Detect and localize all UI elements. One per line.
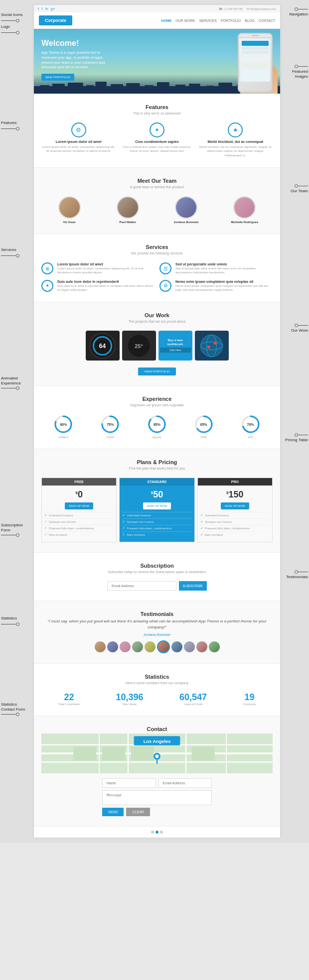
subscription-email-input[interactable] (107, 581, 176, 591)
contact-send-btn[interactable]: SEND (102, 808, 124, 816)
hero-button[interactable]: NEW PORTFOLIO (41, 74, 74, 81)
stat-label-1: Site Views (116, 703, 144, 706)
facebook-icon[interactable]: f (41, 6, 42, 11)
svg-rect-9 (157, 82, 169, 91)
testimonial-quote: "I must say, when you put good will out … (41, 618, 273, 630)
pricing-subtitle: Pick the plan that works best for you (41, 467, 273, 470)
animated-exp-annotation: Animated Experience (1, 376, 28, 390)
googleplus-icon[interactable]: g+ (51, 6, 55, 11)
progress-label-2: jQuery (147, 436, 167, 439)
team-section: Meet Our Team A great team is behind thi… (34, 167, 280, 234)
linkedin-icon[interactable]: in (45, 6, 48, 11)
services-subtitle: We provide the following services (41, 251, 273, 255)
page-container: Social Icons Logo Features Services (0, 0, 309, 843)
footer-dot-0[interactable] (151, 831, 154, 834)
testimonial-avatar-9[interactable] (209, 641, 220, 652)
testimonial-avatar-1[interactable] (107, 641, 118, 652)
phone-screen-row-1 (242, 47, 269, 50)
contact-email-input[interactable] (158, 778, 212, 788)
experience-title: Experience (41, 396, 273, 402)
service-text-2: Duis aute irure dolor in reprehenderit D… (57, 280, 154, 292)
testimonial-avatar-8[interactable] (196, 641, 207, 652)
circle-progress-0: 80% (53, 414, 73, 434)
phone-screen-row-4 (242, 59, 269, 62)
testimonial-avatar-0[interactable] (95, 641, 106, 652)
hero-section: Welcome! App Theme is a super powerful t… (34, 29, 280, 94)
team-member-3: Michelle Rodriguez (217, 196, 273, 224)
service-desc-1: Sed ut perspiciatis unde omnis iste natu… (175, 267, 273, 275)
circle-progress-1: 75% (100, 414, 120, 434)
main-content: t f in g+ ☎ +1 234 567 89 ✉ info@company… (34, 5, 280, 838)
team-member-0: Vic Dean (41, 196, 97, 224)
pricing-standard-btn[interactable]: SIGN UP NOW (143, 502, 171, 509)
social-bar: t f in g+ ☎ +1 234 567 89 ✉ info@company… (34, 5, 280, 12)
nav-logo[interactable]: Corporate (39, 15, 72, 25)
stat-number-3: 19 (243, 692, 256, 703)
features-grid: ⚙ Lorem ipsum dolor sit amet Lorem ipsum… (41, 122, 273, 157)
pricing-table-label: Pricing Table (285, 438, 308, 443)
nav-portfolio[interactable]: PORTFOLIO (221, 19, 241, 22)
pricing-free-feature-2: ✗Praesent felis diam, condimentum (44, 525, 114, 531)
testimonials-annotation: Testimonials (286, 570, 308, 579)
subscription-annotation: Subscription Form (1, 523, 28, 537)
pricing-pro-header: PRO (198, 478, 272, 486)
team-name-2: Jordana Brewster (158, 221, 214, 224)
nav-contact[interactable]: CONTACT (259, 19, 275, 22)
feature-icon-0: ⚙ (71, 122, 86, 137)
service-item-3: ⚙ Nemo enim ipsam voluptatem quia volupt… (159, 280, 273, 292)
testimonial-avatar-5[interactable] (157, 640, 170, 653)
svg-rect-12 (206, 86, 214, 91)
svg-text:25°: 25° (135, 343, 143, 349)
progress-item-4: 70% iOS (241, 414, 261, 439)
pricing-pro-btn[interactable]: SIGN UP NOW (221, 502, 249, 509)
testimonial-avatar-3[interactable] (132, 641, 143, 652)
nav-home[interactable]: HOME (161, 19, 171, 22)
team-avatar-3 (233, 196, 256, 219)
contact-form-annotation: Statistics Contact Form (1, 702, 28, 716)
footer-dot-1[interactable] (155, 831, 158, 834)
circle-progress-3: 65% (194, 414, 214, 434)
social-icons-row: t f in g+ (38, 6, 55, 11)
testimonials-title: Testimonials (41, 611, 273, 617)
team-subtitle: A great team is behind this product (41, 185, 273, 189)
contact-message-input[interactable] (102, 790, 212, 805)
features-title: Features (41, 104, 273, 110)
pricing-pro-feature-3: ✓Nam tincidunt (200, 531, 270, 538)
features-annotation: Features (1, 117, 19, 130)
statistics-annotation: Statistics (1, 612, 19, 626)
testimonial-avatar-7[interactable] (184, 641, 195, 652)
footer-dot-2[interactable] (160, 831, 163, 834)
contact-name-input[interactable] (102, 778, 156, 788)
pricing-table-annotation: Pricing Table (285, 433, 308, 443)
service-icon-0: ⊕ (41, 262, 53, 274)
circle-progress-2: 85% (147, 414, 167, 434)
hero-description: App Theme is a super powerful tool to sh… (41, 50, 106, 70)
phone-speaker (252, 35, 259, 36)
twitter-icon[interactable]: t (38, 6, 39, 11)
service-item-2: ✦ Duis aute irure dolor in reprehenderit… (41, 280, 154, 292)
navigation-annotation: Navigation (289, 7, 308, 16)
testimonial-avatar-2[interactable] (120, 641, 131, 652)
avatar-img-0 (59, 197, 80, 218)
progress-item-0: 80% HTML5 (53, 414, 73, 439)
testimonial-avatar-6[interactable] (171, 641, 182, 652)
subscription-submit-btn[interactable]: SUBSCRIBE (179, 581, 207, 591)
service-desc-3: Nemo enim ipsam voluptatem quia voluptas… (175, 284, 273, 292)
nav-ourwork[interactable]: OUR WORK (175, 19, 195, 22)
contact-clear-btn[interactable]: CLEAR (126, 808, 150, 816)
navigation-label: Navigation (289, 12, 308, 16)
portfolio-item-0: 64 (86, 331, 120, 361)
circle-text-1: 75% (107, 423, 114, 426)
pricing-free-btn[interactable]: SIGN UP NOW (65, 502, 93, 509)
nav-blog[interactable]: BLOG (245, 19, 254, 22)
feature-item-1: ✦ Cras condimentum sapien Cras condiment… (120, 122, 194, 157)
service-icon-1: ☰ (159, 262, 171, 274)
nav-services[interactable]: SERVICES (199, 19, 217, 22)
team-title: Meet Our Team (41, 178, 273, 184)
testimonial-avatar-4[interactable] (145, 641, 155, 652)
svg-point-25 (214, 342, 217, 345)
progress-item-3: 65% PHP (194, 414, 214, 439)
pricing-free-feature-3: ✗Nam tincidunt (44, 531, 114, 538)
portfolio-subtitle: The projects that we are proud about (41, 320, 273, 323)
portfolio-view-button[interactable]: VIEW PORTFOLIO (138, 368, 176, 375)
